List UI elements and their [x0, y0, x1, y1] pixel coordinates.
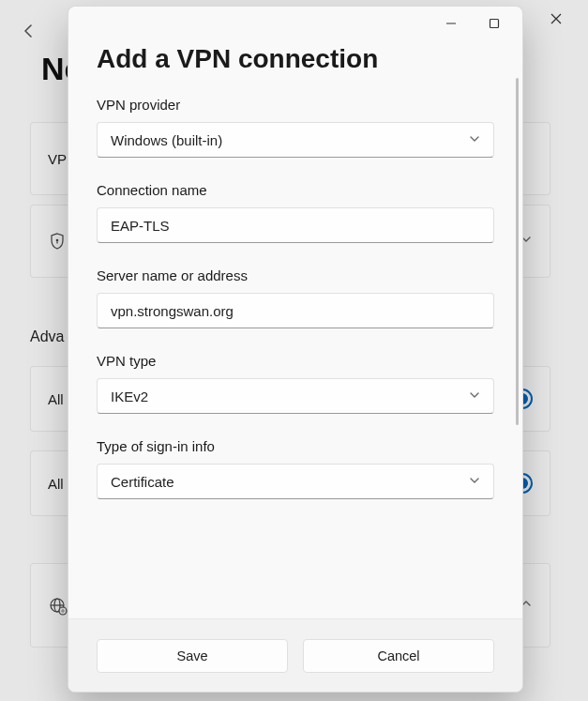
add-vpn-dialog: Add a VPN connection VPN provider Window… — [68, 6, 523, 693]
field-vpn-provider: VPN provider Windows (built-in) — [97, 97, 494, 158]
server-address-label: Server name or address — [97, 267, 494, 283]
vpn-type-value: IKEv2 — [111, 389, 148, 404]
field-vpn-type: VPN type IKEv2 — [97, 353, 494, 414]
connection-name-input[interactable] — [111, 218, 480, 234]
dialog-footer: Save Cancel — [68, 618, 522, 692]
vpn-provider-label: VPN provider — [97, 97, 494, 113]
signin-type-value: Certificate — [111, 474, 174, 490]
server-address-input[interactable] — [111, 303, 480, 319]
dialog-body: Add a VPN connection VPN provider Window… — [68, 40, 522, 618]
vpn-type-select[interactable]: IKEv2 — [97, 378, 494, 414]
cancel-button[interactable]: Cancel — [303, 639, 494, 673]
svg-rect-4 — [490, 20, 499, 28]
dialog-titlebar — [68, 7, 522, 40]
dialog-title: Add a VPN connection — [97, 42, 494, 76]
vpn-provider-value: Windows (built-in) — [111, 132, 222, 148]
minimize-button[interactable] — [438, 10, 464, 37]
chevron-down-icon — [469, 475, 480, 489]
server-address-input-wrap — [97, 293, 494, 328]
connection-name-input-wrap — [97, 207, 494, 243]
connection-name-label: Connection name — [97, 182, 494, 198]
field-signin-type: Type of sign-in info Certificate — [97, 438, 494, 499]
signin-type-select[interactable]: Certificate — [97, 464, 494, 499]
save-button[interactable]: Save — [97, 639, 288, 673]
vpn-provider-select[interactable]: Windows (built-in) — [97, 122, 494, 158]
field-server-address: Server name or address — [97, 267, 494, 328]
field-connection-name: Connection name — [97, 182, 494, 243]
maximize-button[interactable] — [481, 10, 507, 37]
vpn-type-label: VPN type — [97, 353, 494, 369]
chevron-down-icon — [469, 389, 480, 404]
signin-type-label: Type of sign-in info — [97, 438, 494, 454]
scrollbar[interactable] — [516, 78, 519, 425]
chevron-down-icon — [469, 133, 480, 147]
